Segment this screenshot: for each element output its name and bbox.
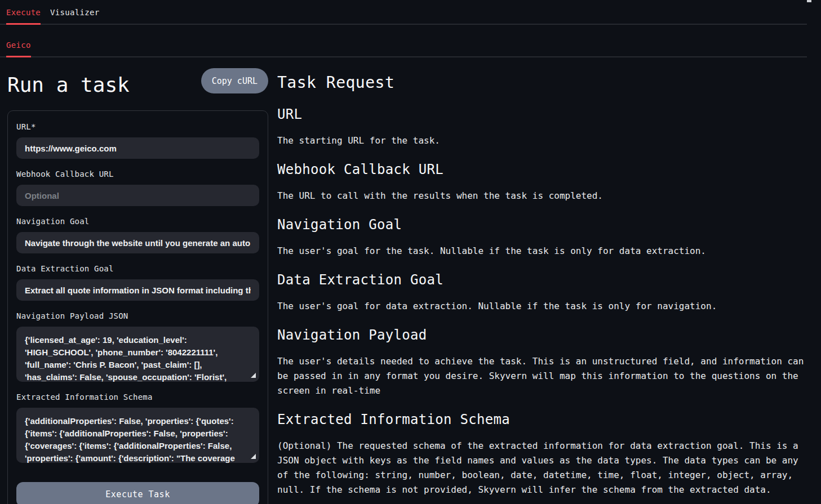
doc-section-url: URL The starting URL for the task.: [277, 106, 810, 148]
doc-section-navigation-payload: Navigation Payload The user's details ne…: [277, 327, 810, 398]
doc-section-webhook: Webhook Callback URL The URL to call wit…: [277, 162, 810, 203]
url-label: URL*: [16, 122, 259, 132]
doc-heading: URL: [277, 106, 810, 122]
resize-handle-icon[interactable]: [251, 373, 256, 378]
doc-section-extracted-schema: Extracted Information Schema (Optional) …: [277, 412, 810, 497]
page-title: Run a task: [7, 73, 130, 96]
doc-body: The user's details needed to achieve the…: [277, 354, 810, 398]
navigation-payload-label: Navigation Payload JSON: [16, 311, 259, 321]
top-tab-bar: Execute Visualizer: [0, 0, 807, 25]
field-url: URL*: [16, 122, 259, 159]
doc-body: The URL to call with the results when th…: [277, 189, 810, 203]
tab-visualizer[interactable]: Visualizer: [50, 0, 99, 24]
webhook-label: Webhook Callback URL: [16, 169, 259, 179]
sub-tab-bar: Geico: [0, 25, 807, 57]
doc-heading: Extracted Information Schema: [277, 412, 810, 427]
field-navigation-payload: Navigation Payload JSON {'licensed_at_ag…: [16, 311, 259, 382]
task-request-docs: Task Request URL The starting URL for th…: [277, 65, 810, 497]
run-task-header: Run a task Copy cURL: [7, 65, 268, 110]
app-window: Execute Visualizer Geico Run a task Copy…: [0, 0, 821, 504]
field-navigation-goal: Navigation Goal: [16, 216, 259, 253]
data-extraction-goal-input[interactable]: [16, 279, 259, 301]
doc-section-navigation-goal: Navigation Goal The user's goal for the …: [277, 217, 810, 258]
scrollbar-thumb[interactable]: [807, 0, 811, 2]
doc-body: (Optional) The requested schema of the e…: [277, 439, 810, 497]
doc-body: The user's goal for the task. Nullable i…: [277, 244, 810, 258]
navigation-goal-input[interactable]: [16, 232, 259, 253]
copy-curl-button[interactable]: Copy cURL: [201, 68, 268, 93]
field-extracted-schema: Extracted Information Schema {'additiona…: [16, 392, 259, 463]
extracted-schema-textarea[interactable]: {'additionalProperties': False, 'propert…: [16, 408, 259, 463]
doc-heading: Data Extraction Goal: [277, 272, 810, 288]
tab-execute[interactable]: Execute: [6, 0, 41, 24]
doc-heading: Navigation Goal: [277, 217, 810, 233]
navigation-goal-label: Navigation Goal: [16, 216, 259, 226]
extracted-schema-label: Extracted Information Schema: [16, 392, 259, 402]
doc-body: The starting URL for the task.: [277, 133, 810, 148]
doc-heading: Webhook Callback URL: [277, 162, 810, 177]
doc-title: Task Request: [277, 73, 810, 93]
url-input[interactable]: [16, 137, 259, 159]
doc-section-data-extraction-goal: Data Extraction Goal The user's goal for…: [277, 272, 810, 314]
execute-task-button[interactable]: Execute Task: [16, 482, 259, 504]
data-extraction-goal-label: Data Extraction Goal: [16, 264, 259, 274]
doc-heading: Navigation Payload: [277, 327, 810, 343]
tab-geico[interactable]: Geico: [6, 25, 31, 56]
run-task-panel: Run a task Copy cURL URL* Webhook Callba…: [7, 65, 268, 504]
task-form-card: URL* Webhook Callback URL Navigation Goa…: [7, 110, 268, 504]
field-webhook: Webhook Callback URL: [16, 169, 259, 206]
doc-body: The user's goal for data extraction. Nul…: [277, 299, 810, 314]
navigation-payload-textarea[interactable]: {'licensed_at_age': 19, 'education_level…: [16, 327, 259, 382]
webhook-input[interactable]: [16, 185, 259, 206]
field-data-extraction-goal: Data Extraction Goal: [16, 264, 259, 301]
resize-handle-icon[interactable]: [251, 454, 256, 459]
